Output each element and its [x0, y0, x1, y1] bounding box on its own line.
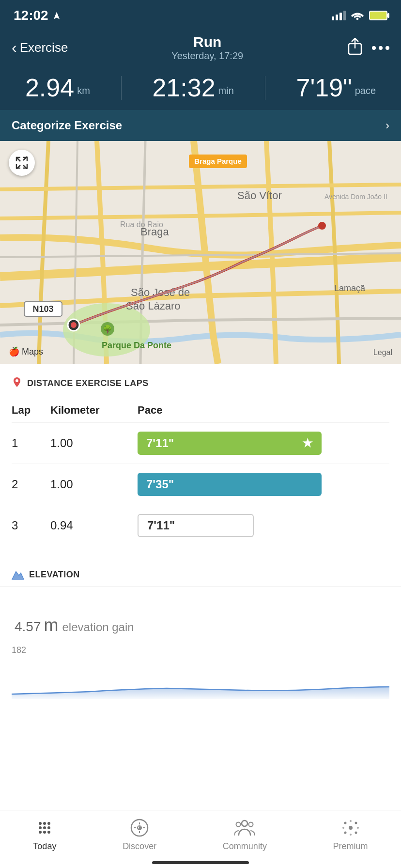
- distance-unit: km: [77, 85, 90, 96]
- dot-icon: [372, 46, 376, 50]
- people-icon: [234, 819, 255, 837]
- svg-point-36: [349, 826, 353, 830]
- lap-number: 3: [12, 519, 50, 532]
- tab-community[interactable]: Community: [223, 817, 267, 852]
- svg-point-33: [242, 821, 247, 826]
- svg-point-17: [71, 322, 77, 328]
- svg-point-28: [39, 831, 42, 834]
- svg-text:Parque Da Ponte: Parque Da Ponte: [102, 341, 171, 350]
- svg-point-41: [350, 820, 352, 822]
- status-bar: 12:02: [0, 0, 401, 29]
- svg-point-18: [318, 222, 326, 230]
- stat-divider: [265, 76, 265, 100]
- svg-text:Avenida Dom João II: Avenida Dom João II: [324, 193, 387, 201]
- elevation-sublabel: elevation gain: [62, 620, 134, 634]
- svg-point-29: [43, 831, 46, 834]
- categorize-label: Categorize Exercise: [12, 119, 122, 132]
- tab-premium[interactable]: Premium: [333, 817, 368, 852]
- run-date: Yesterday, 17:29: [171, 50, 243, 62]
- svg-point-37: [344, 822, 346, 824]
- map-svg: N103 Braga Parque Braga São Vítor São Jo…: [0, 141, 401, 364]
- more-button[interactable]: [372, 46, 389, 50]
- dot-icon: [379, 46, 383, 50]
- chevron-right-icon: ›: [386, 119, 389, 132]
- distance-stat: 2.94 km: [25, 75, 90, 100]
- svg-point-24: [47, 822, 50, 825]
- svg-point-43: [342, 827, 344, 829]
- elevation-section-header: ELEVATION: [0, 556, 401, 587]
- pace-value: 7'11": [146, 436, 174, 450]
- svg-text:N103: N103: [32, 304, 53, 314]
- today-icon: [34, 817, 55, 838]
- svg-point-26: [43, 826, 46, 829]
- svg-point-22: [39, 822, 42, 825]
- pace-stat: 7'19" pace: [296, 75, 376, 100]
- duration-unit: min: [218, 85, 234, 96]
- pace-bar-mid: 7'35": [138, 473, 322, 496]
- premium-icon: [340, 817, 361, 838]
- map-legal-text[interactable]: Legal: [373, 348, 392, 357]
- laps-section-header: DISTANCE EXERCISE LAPS: [0, 364, 401, 396]
- svg-point-30: [47, 831, 50, 834]
- svg-text:Braga Parque: Braga Parque: [194, 157, 242, 165]
- laps-table-header: Lap Kilometer Pace: [12, 396, 389, 422]
- laps-title: DISTANCE EXERCISE LAPS: [27, 378, 149, 388]
- svg-text:São Vítor: São Vítor: [237, 189, 282, 202]
- status-time: 12:02: [14, 8, 48, 23]
- svg-point-42: [350, 834, 352, 836]
- today-tab-label: Today: [33, 841, 56, 852]
- location-pin-icon: [12, 377, 22, 389]
- elevation-value: 4.57m: [12, 603, 59, 638]
- back-label: Exercise: [20, 40, 68, 55]
- tab-today[interactable]: Today: [33, 817, 56, 852]
- share-icon: [347, 38, 363, 56]
- location-arrow-icon: [52, 11, 61, 20]
- nav-header: ‹ Exercise Run Yesterday, 17:29: [0, 29, 401, 70]
- kilometer-header: Kilometer: [50, 404, 138, 417]
- stats-bar: 2.94 km 21:32 min 7'19" pace: [0, 70, 401, 110]
- categorize-exercise-button[interactable]: Categorize Exercise ›: [0, 110, 401, 141]
- duration-value: 21:32: [152, 75, 215, 100]
- map-view[interactable]: N103 Braga Parque Braga São Vítor São Jo…: [0, 141, 401, 364]
- community-tab-label: Community: [223, 841, 267, 852]
- elevation-icon: [12, 569, 24, 580]
- distance-laps-section: DISTANCE EXERCISE LAPS Lap Kilometer Pac…: [0, 364, 401, 546]
- svg-point-35: [249, 822, 253, 827]
- svg-point-23: [43, 822, 46, 825]
- status-icons: [332, 11, 387, 20]
- lap-km: 1.00: [50, 436, 138, 450]
- pace-header: Pace: [138, 404, 389, 417]
- expand-icon: [15, 156, 28, 169]
- sparkle-icon: [341, 819, 360, 837]
- svg-point-38: [355, 822, 357, 824]
- dot-icon: [386, 46, 389, 50]
- tab-discover[interactable]: Discover: [123, 817, 156, 852]
- distance-value: 2.94: [25, 75, 74, 100]
- laps-table-container: Lap Kilometer Pace 1 1.00 7'11" ★ 2 1.00…: [0, 396, 401, 546]
- svg-point-21: [15, 379, 18, 382]
- table-row: 2 1.00 7'35": [12, 464, 389, 505]
- lap-number: 1: [12, 436, 50, 450]
- share-button[interactable]: [347, 38, 363, 58]
- svg-text:Rua do Raio: Rua do Raio: [120, 220, 163, 229]
- grid-dots-icon: [36, 819, 53, 837]
- pace-value: 7'11": [147, 519, 175, 532]
- premium-tab-label: Premium: [333, 841, 368, 852]
- elevation-section: ELEVATION 4.57m elevation gain 182: [0, 556, 401, 701]
- back-button[interactable]: ‹ Exercise: [12, 39, 68, 57]
- chart-y-label: 182: [12, 645, 389, 655]
- lap-km: 0.94: [50, 519, 138, 532]
- lap-number: 2: [12, 478, 50, 491]
- community-icon: [234, 817, 255, 838]
- svg-point-0: [356, 18, 359, 20]
- svg-point-34: [236, 822, 241, 827]
- signal-bars-icon: [332, 11, 346, 20]
- duration-stat: 21:32 min: [152, 75, 233, 100]
- map-expand-button[interactable]: [9, 150, 35, 176]
- tab-bar: Today Discover Community: [0, 810, 401, 868]
- stat-divider: [121, 76, 122, 100]
- star-icon: ★: [302, 436, 313, 450]
- lap-header: Lap: [12, 404, 50, 417]
- table-row: 1 1.00 7'11" ★: [12, 422, 389, 464]
- nav-title: Run Yesterday, 17:29: [171, 34, 243, 62]
